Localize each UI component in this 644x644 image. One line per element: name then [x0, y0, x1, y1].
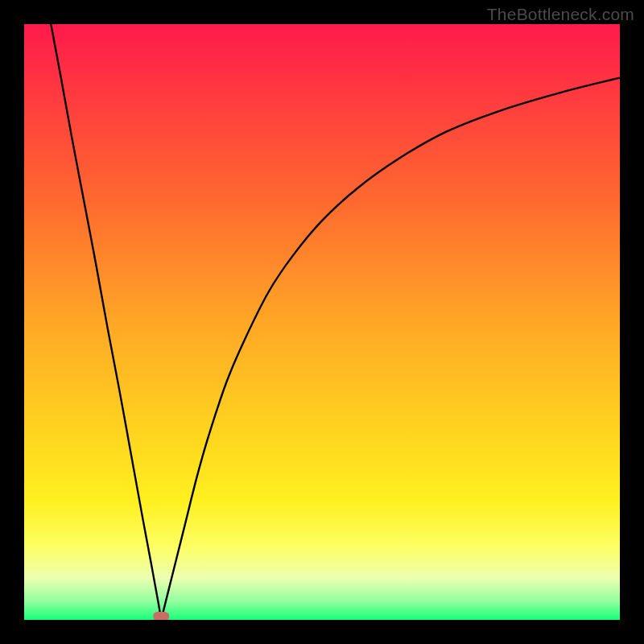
plot-area	[24, 24, 620, 620]
gradient-background	[24, 24, 620, 620]
chart-svg	[24, 24, 620, 620]
minimum-marker	[153, 612, 169, 620]
svg-rect-0	[153, 612, 169, 620]
chart-frame: TheBottleneck.com	[0, 0, 644, 644]
watermark-text: TheBottleneck.com	[487, 5, 634, 24]
